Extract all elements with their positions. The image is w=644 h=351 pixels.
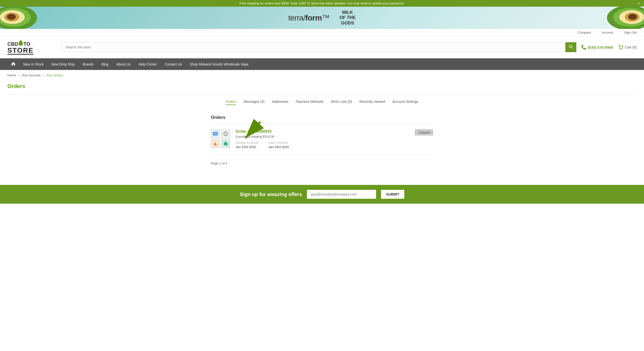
svg-point-13 [622, 49, 622, 50]
product-thumb-2 [222, 130, 230, 137]
order-product-image-2 [221, 129, 230, 138]
cart-area[interactable]: Cart (0) [618, 45, 636, 50]
svg-point-9 [628, 14, 637, 20]
tab-messages[interactable]: Messages (0) [244, 100, 265, 105]
nav-shop-midwest[interactable]: Shop Midwest Goods Wholesale Vape [186, 59, 252, 70]
footer-email-input[interactable] [307, 190, 376, 199]
order-last-update-date: Jan 23rd 2020 [268, 145, 289, 149]
nav-new-in-stock[interactable]: New In Stock [19, 59, 48, 70]
nav-new-drop-ship[interactable]: New Drop Ship [48, 59, 78, 70]
product-thumb-1 [212, 130, 219, 137]
footer-submit-button[interactable]: SUBMIT [381, 190, 404, 199]
orders-heading: Orders [211, 115, 433, 120]
top-banner: Free shipping for orders over $500. Note… [0, 0, 644, 7]
home-icon [11, 62, 15, 66]
orders-section: Orders [211, 115, 433, 165]
product-thumb-3 [212, 140, 219, 147]
page-divider [8, 94, 636, 95]
order-meta: ORDER PLACED Jan 23rd 2020 LAST UPDATE J… [236, 141, 433, 149]
sign-out-link[interactable]: Sign Out [624, 31, 636, 34]
nav-contact-us[interactable]: Contact Us [161, 59, 186, 70]
breadcrumb-current: Your Orders [46, 73, 63, 77]
order-row: Order #1000000043 9 products totaling $3… [211, 124, 433, 154]
search-area [62, 42, 576, 52]
pagination: Page 1 of 1 [211, 161, 433, 165]
search-button[interactable] [566, 42, 576, 52]
account-tabs: Orders Messages (0) Addresses Payment Me… [8, 100, 636, 108]
breadcrumb-your-account[interactable]: Your Account [22, 73, 40, 77]
tab-payment-methods[interactable]: Payment Methods [296, 100, 324, 105]
footer-signup: Sign up for amazing offers SUBMIT [0, 185, 644, 204]
account-link[interactable]: Account [602, 31, 614, 34]
main-nav: New In Stock New Drop Ship Brands Blog A… [0, 58, 644, 70]
logo-to: TO [24, 42, 30, 47]
tab-orders[interactable]: Orders [226, 100, 236, 105]
promo-logos: terra/form™ MILK OF THE GODS [288, 10, 356, 26]
order-images [211, 129, 231, 148]
logo-store: STORE [8, 47, 34, 54]
order-number[interactable]: Order #1000000043 [236, 129, 433, 134]
avocado-right-icon [594, 7, 644, 29]
nav-home-icon[interactable] [8, 58, 19, 70]
svg-rect-18 [214, 133, 217, 135]
tab-account-settings[interactable]: Account Settings [392, 100, 418, 105]
nav-help-center[interactable]: Help Center [134, 59, 161, 70]
nav-blog[interactable]: Blog [98, 59, 112, 70]
product-thumb-4 [222, 140, 230, 147]
svg-point-12 [620, 49, 620, 50]
order-details: Order #1000000043 9 products totaling $3… [236, 129, 433, 149]
order-placed-date: Jan 23rd 2020 [236, 145, 256, 149]
tab-recently-viewed[interactable]: Recently Viewed [359, 100, 385, 105]
phone-number: (630) 570-0069 [588, 45, 613, 50]
order-status-badge: Shipped [415, 129, 433, 135]
header-right: (630) 570-0069 Cart (0) [581, 45, 636, 50]
svg-point-4 [7, 14, 16, 20]
header: CBD TO STORE [0, 36, 644, 58]
cart-label: Cart (0) [625, 45, 636, 49]
order-placed-label: ORDER PLACED [236, 141, 258, 144]
order-last-update: LAST UPDATE Jan 23rd 2020 [268, 141, 289, 149]
page-title: Orders [8, 83, 636, 90]
tab-wish-lists[interactable]: Wish Lists (0) [331, 100, 352, 105]
terraform-logo: terra/form™ [288, 13, 330, 23]
search-icon [569, 45, 573, 49]
order-product-image-3 [211, 139, 220, 148]
logo-cbd: CBD [8, 42, 18, 47]
phone-area: (630) 570-0069 [581, 45, 613, 50]
close-banner-button[interactable]: × [638, 1, 640, 6]
tab-addresses[interactable]: Addresses [272, 100, 288, 105]
order-product-image-4 [221, 139, 230, 148]
logo-area[interactable]: CBD TO STORE [8, 40, 57, 55]
compare-link[interactable]: Compare [578, 31, 591, 34]
search-input[interactable] [62, 43, 566, 52]
svg-rect-25 [225, 142, 227, 144]
nav-brands[interactable]: Brands [79, 59, 98, 70]
breadcrumb-home[interactable]: Home [8, 73, 16, 77]
svg-point-21 [224, 132, 227, 135]
order-placed: ORDER PLACED Jan 23rd 2020 [236, 141, 258, 149]
page-content: Orders Orders Messages (0) Addresses Pay… [0, 81, 644, 175]
phone-icon [581, 45, 586, 50]
svg-point-10 [569, 45, 572, 48]
nav-about-us[interactable]: About Us [112, 59, 134, 70]
svg-line-11 [572, 48, 573, 49]
utility-bar: Compare | Account | Sign Out [0, 29, 644, 36]
breadcrumb: Home / Your Account / Your Orders [0, 70, 644, 81]
logo-drop-icon [18, 40, 23, 46]
milk-logo: MILK OF THE GODS [339, 10, 356, 26]
banner-message: Free shipping for orders over $500. Note… [240, 2, 404, 5]
cart-icon [618, 45, 624, 50]
order-last-update-label: LAST UPDATE [268, 141, 289, 144]
footer-signup-title: Sign up for amazing offers [240, 192, 302, 197]
avocado-left-icon [0, 7, 50, 29]
promo-banner: terra/form™ MILK OF THE GODS [0, 7, 644, 29]
order-product-image-1 [211, 129, 220, 138]
order-products: 9 products totaling $314.00 [236, 135, 433, 138]
